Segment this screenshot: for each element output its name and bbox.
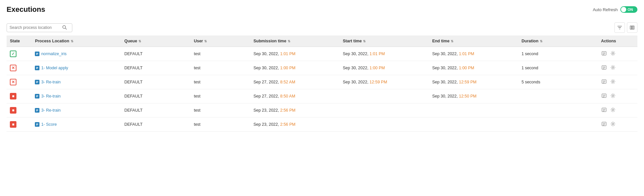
actions-cell <box>598 103 637 118</box>
auto-refresh-toggle[interactable]: ON <box>620 6 637 13</box>
process-icon <box>35 80 39 84</box>
state-icon: ■ <box>10 93 16 99</box>
table-row: ■ 1- Score DEFAULT test Sep 23, 2022, 2:… <box>7 118 637 132</box>
state-icon: ✕ <box>10 65 16 71</box>
svg-point-40 <box>612 95 614 97</box>
duration-cell: 1 second <box>518 61 598 75</box>
process-name: 1- Score <box>41 122 57 127</box>
state-cell: ■ <box>7 89 32 103</box>
toolbar <box>7 20 637 35</box>
actions-cell <box>598 118 637 132</box>
search-input[interactable] <box>10 25 62 30</box>
submission-cell: Sep 30, 2022, 1:01 PM <box>250 47 340 61</box>
start-cell: Sep 30, 2022, 1:01 PM <box>340 47 429 61</box>
end-cell: Sep 30, 2022, 1:00 PM <box>429 61 518 75</box>
table-row: ✕ 3- Re-train DEFAULT test Sep 27, 2022,… <box>7 75 637 89</box>
state-cell: ■ <box>7 118 32 132</box>
user-cell: test <box>191 61 250 75</box>
submission-cell: Sep 23, 2022, 2:56 PM <box>250 103 340 118</box>
queue-cell: DEFAULT <box>121 75 190 89</box>
queue-cell: DEFAULT <box>121 47 190 61</box>
process-cell: 3- Re-train <box>32 75 121 89</box>
auto-refresh-label: Auto Refresh <box>593 7 618 12</box>
settings-button[interactable] <box>610 121 616 128</box>
toggle-knob <box>621 7 626 12</box>
table-header-row: State Process Location ⇅ Queue ⇅ <box>7 35 637 47</box>
submission-cell: Sep 27, 2022, 8:50 AM <box>250 89 340 103</box>
col-start-header[interactable]: Start time ⇅ <box>340 35 429 47</box>
table-row: ■ 3- Re-train DEFAULT test Sep 27, 2022,… <box>7 89 637 103</box>
start-cell: Sep 30, 2022, 1:00 PM <box>340 61 429 75</box>
executions-table: State Process Location ⇅ Queue ⇅ <box>7 35 637 132</box>
actions-cell <box>598 61 637 75</box>
process-link[interactable]: 3- Re-train <box>35 80 118 84</box>
col-queue-header[interactable]: Queue ⇅ <box>121 35 190 47</box>
process-cell: 1- Score <box>32 118 121 132</box>
logs-button[interactable] <box>601 121 607 128</box>
state-cell: ✕ <box>7 75 32 89</box>
end-cell <box>429 118 518 132</box>
actions-cell <box>598 89 637 103</box>
settings-button[interactable] <box>610 50 616 57</box>
toolbar-right <box>614 22 637 33</box>
sort-start-icon: ⇅ <box>363 39 366 43</box>
process-name: 3- Re-train <box>41 108 60 113</box>
process-icon <box>35 122 39 127</box>
state-icon: ✓ <box>10 51 16 57</box>
process-cell: 3- Re-train <box>32 89 121 103</box>
process-link[interactable]: 1- Model apply <box>35 66 118 70</box>
process-link[interactable]: normalize_iris <box>35 52 118 56</box>
state-icon: ✕ <box>10 79 16 85</box>
table-row: ✕ 1- Model apply DEFAULT test Sep 30, 20… <box>7 61 637 75</box>
submission-cell: Sep 30, 2022, 1:00 PM <box>250 61 340 75</box>
queue-cell: DEFAULT <box>121 61 190 75</box>
settings-button[interactable] <box>610 107 616 114</box>
logs-button[interactable] <box>601 78 607 86</box>
toggle-state-label: ON <box>628 8 633 11</box>
duration-cell <box>518 89 598 103</box>
col-submission-header[interactable]: Submission time ⇅ <box>250 35 340 47</box>
col-user-header[interactable]: User ⇅ <box>191 35 250 47</box>
table-row: ✓ normalize_iris DEFAULT test Sep 30, 20… <box>7 47 637 61</box>
col-process-header[interactable]: Process Location ⇅ <box>32 35 121 47</box>
col-actions-header: Actions <box>598 35 637 47</box>
settings-button[interactable] <box>610 64 616 72</box>
sort-process-icon: ⇅ <box>71 39 73 43</box>
sort-queue-icon: ⇅ <box>138 39 141 43</box>
filter-button[interactable] <box>614 22 625 33</box>
state-icon: ■ <box>10 121 16 128</box>
process-name: normalize_iris <box>41 52 66 56</box>
duration-cell <box>518 103 598 118</box>
settings-button[interactable] <box>610 93 616 100</box>
state-cell: ✕ <box>7 61 32 75</box>
user-cell: test <box>191 103 250 118</box>
process-icon <box>35 66 39 70</box>
col-end-header[interactable]: End time ⇅ <box>429 35 518 47</box>
process-link[interactable]: 1- Score <box>35 122 118 127</box>
start-cell <box>340 118 429 132</box>
queue-cell: DEFAULT <box>121 118 190 132</box>
sort-duration-icon: ⇅ <box>540 39 542 43</box>
state-cell: ✓ <box>7 47 32 61</box>
logs-button[interactable] <box>601 93 607 100</box>
duration-cell <box>518 118 598 132</box>
process-name: 3- Re-train <box>41 94 60 98</box>
logs-button[interactable] <box>601 107 607 114</box>
start-cell <box>340 89 429 103</box>
auto-refresh-container: Auto Refresh ON <box>593 6 637 13</box>
process-name: 3- Re-train <box>41 80 60 84</box>
process-cell: 1- Model apply <box>32 61 121 75</box>
process-icon <box>35 94 39 98</box>
columns-button[interactable] <box>627 22 637 33</box>
svg-rect-3 <box>632 26 633 30</box>
col-state-header: State <box>7 35 32 47</box>
process-link[interactable]: 3- Re-train <box>35 108 118 113</box>
settings-button[interactable] <box>610 78 616 86</box>
process-link[interactable]: 3- Re-train <box>35 94 118 98</box>
search-button[interactable] <box>62 25 67 31</box>
submission-cell: Sep 27, 2022, 8:52 AM <box>250 75 340 89</box>
logs-button[interactable] <box>601 50 607 57</box>
col-duration-header[interactable]: Duration ⇅ <box>518 35 598 47</box>
svg-rect-4 <box>633 26 634 30</box>
logs-button[interactable] <box>601 64 607 72</box>
